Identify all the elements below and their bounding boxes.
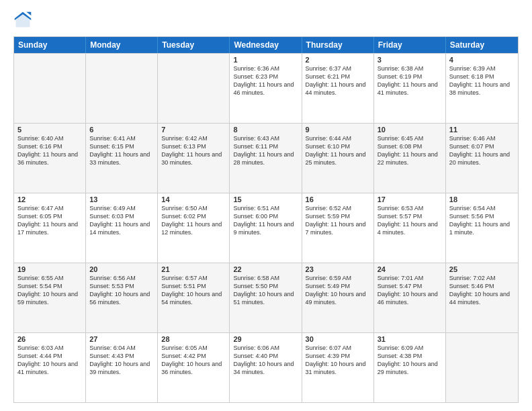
day-info: Sunrise: 6:07 AM Sunset: 4:39 PM Dayligh…: [306, 344, 370, 377]
day-info: Sunrise: 6:49 AM Sunset: 6:03 PM Dayligh…: [89, 204, 154, 237]
header-day-tuesday: Tuesday: [158, 37, 230, 53]
day-number: 5: [17, 126, 82, 134]
day-cell-17: 17Sunrise: 6:53 AM Sunset: 5:57 PM Dayli…: [374, 193, 446, 263]
day-cell-24: 24Sunrise: 7:01 AM Sunset: 5:47 PM Dayli…: [374, 263, 446, 332]
day-cell-9: 9Sunrise: 6:44 AM Sunset: 6:10 PM Daylig…: [302, 124, 374, 193]
day-number: 15: [233, 195, 298, 203]
day-number: 8: [233, 126, 298, 134]
calendar-row-5: 26Sunrise: 6:03 AM Sunset: 4:44 PM Dayli…: [14, 332, 518, 402]
day-number: 31: [378, 335, 442, 343]
day-number: 6: [89, 126, 154, 134]
day-cell-23: 23Sunrise: 6:59 AM Sunset: 5:49 PM Dayli…: [302, 263, 374, 332]
day-number: 23: [306, 265, 370, 273]
day-cell-26: 26Sunrise: 6:03 AM Sunset: 4:44 PM Dayli…: [14, 333, 86, 402]
day-cell-2: 2Sunrise: 6:37 AM Sunset: 6:21 PM Daylig…: [302, 54, 374, 123]
day-cell-19: 19Sunrise: 6:55 AM Sunset: 5:54 PM Dayli…: [14, 263, 86, 332]
day-cell-20: 20Sunrise: 6:56 AM Sunset: 5:53 PM Dayli…: [86, 263, 158, 332]
day-cell-8: 8Sunrise: 6:43 AM Sunset: 6:11 PM Daylig…: [230, 124, 302, 193]
day-cell-11: 11Sunrise: 6:46 AM Sunset: 6:07 PM Dayli…: [446, 124, 518, 193]
day-cell-6: 6Sunrise: 6:41 AM Sunset: 6:15 PM Daylig…: [86, 124, 158, 193]
day-cell-1: 1Sunrise: 6:36 AM Sunset: 6:23 PM Daylig…: [230, 54, 302, 123]
page: SundayMondayTuesdayWednesdayThursdayFrid…: [0, 0, 532, 411]
day-cell-7: 7Sunrise: 6:42 AM Sunset: 6:13 PM Daylig…: [158, 124, 230, 193]
day-cell-5: 5Sunrise: 6:40 AM Sunset: 6:16 PM Daylig…: [14, 124, 86, 193]
calendar-row-3: 12Sunrise: 6:47 AM Sunset: 6:05 PM Dayli…: [14, 193, 518, 263]
logo: [13, 11, 35, 30]
day-info: Sunrise: 6:51 AM Sunset: 6:00 PM Dayligh…: [233, 204, 298, 237]
day-number: 12: [17, 195, 82, 203]
day-info: Sunrise: 6:05 AM Sunset: 4:42 PM Dayligh…: [161, 344, 226, 377]
day-info: Sunrise: 6:37 AM Sunset: 6:21 PM Dayligh…: [306, 64, 370, 97]
day-number: 4: [449, 56, 515, 64]
day-number: 7: [161, 126, 226, 134]
day-cell-10: 10Sunrise: 6:45 AM Sunset: 6:08 PM Dayli…: [374, 124, 446, 193]
day-number: 1: [233, 56, 298, 64]
day-number: 10: [378, 126, 442, 134]
day-cell-25: 25Sunrise: 7:02 AM Sunset: 5:46 PM Dayli…: [446, 263, 518, 332]
day-info: Sunrise: 6:36 AM Sunset: 6:23 PM Dayligh…: [233, 64, 298, 97]
day-number: 30: [306, 335, 370, 343]
day-number: 21: [161, 265, 226, 273]
empty-cell: [86, 54, 158, 123]
day-info: Sunrise: 6:41 AM Sunset: 6:15 PM Dayligh…: [89, 134, 154, 167]
day-cell-3: 3Sunrise: 6:38 AM Sunset: 6:19 PM Daylig…: [374, 54, 446, 123]
day-cell-30: 30Sunrise: 6:07 AM Sunset: 4:39 PM Dayli…: [302, 333, 374, 402]
day-number: 18: [449, 195, 515, 203]
day-info: Sunrise: 6:47 AM Sunset: 6:05 PM Dayligh…: [17, 204, 82, 237]
day-info: Sunrise: 6:38 AM Sunset: 6:19 PM Dayligh…: [378, 64, 442, 97]
day-info: Sunrise: 6:56 AM Sunset: 5:53 PM Dayligh…: [89, 274, 154, 307]
day-info: Sunrise: 6:40 AM Sunset: 6:16 PM Dayligh…: [17, 134, 82, 167]
day-cell-29: 29Sunrise: 6:06 AM Sunset: 4:40 PM Dayli…: [230, 333, 302, 402]
day-cell-16: 16Sunrise: 6:52 AM Sunset: 5:59 PM Dayli…: [302, 193, 374, 263]
day-cell-14: 14Sunrise: 6:50 AM Sunset: 6:02 PM Dayli…: [158, 193, 230, 263]
day-number: 26: [17, 335, 82, 343]
day-number: 27: [89, 335, 154, 343]
calendar-row-2: 5Sunrise: 6:40 AM Sunset: 6:16 PM Daylig…: [14, 123, 518, 193]
day-info: Sunrise: 6:58 AM Sunset: 5:50 PM Dayligh…: [233, 274, 298, 307]
header-day-monday: Monday: [86, 37, 158, 53]
calendar-body: 1Sunrise: 6:36 AM Sunset: 6:23 PM Daylig…: [14, 53, 518, 402]
header: [13, 11, 519, 30]
day-info: Sunrise: 6:50 AM Sunset: 6:02 PM Dayligh…: [161, 204, 226, 237]
logo-icon: [13, 11, 32, 30]
day-info: Sunrise: 6:46 AM Sunset: 6:07 PM Dayligh…: [449, 134, 515, 167]
empty-cell: [446, 333, 518, 402]
day-info: Sunrise: 6:43 AM Sunset: 6:11 PM Dayligh…: [233, 134, 298, 167]
day-number: 16: [306, 195, 370, 203]
day-number: 2: [306, 56, 370, 64]
day-cell-12: 12Sunrise: 6:47 AM Sunset: 6:05 PM Dayli…: [14, 193, 86, 263]
header-day-saturday: Saturday: [446, 37, 518, 53]
day-cell-21: 21Sunrise: 6:57 AM Sunset: 5:51 PM Dayli…: [158, 263, 230, 332]
day-info: Sunrise: 6:45 AM Sunset: 6:08 PM Dayligh…: [378, 134, 442, 167]
day-number: 13: [89, 195, 154, 203]
header-day-friday: Friday: [374, 37, 446, 53]
day-cell-27: 27Sunrise: 6:04 AM Sunset: 4:43 PM Dayli…: [86, 333, 158, 402]
day-info: Sunrise: 6:55 AM Sunset: 5:54 PM Dayligh…: [17, 274, 82, 307]
day-number: 22: [233, 265, 298, 273]
header-day-thursday: Thursday: [302, 37, 374, 53]
day-cell-18: 18Sunrise: 6:54 AM Sunset: 5:56 PM Dayli…: [446, 193, 518, 263]
day-number: 20: [89, 265, 154, 273]
day-number: 19: [17, 265, 82, 273]
day-info: Sunrise: 6:06 AM Sunset: 4:40 PM Dayligh…: [233, 344, 298, 377]
day-info: Sunrise: 6:09 AM Sunset: 4:38 PM Dayligh…: [378, 344, 442, 377]
calendar-row-1: 1Sunrise: 6:36 AM Sunset: 6:23 PM Daylig…: [14, 53, 518, 123]
day-info: Sunrise: 6:44 AM Sunset: 6:10 PM Dayligh…: [306, 134, 370, 167]
day-info: Sunrise: 7:02 AM Sunset: 5:46 PM Dayligh…: [449, 274, 515, 307]
day-number: 28: [161, 335, 226, 343]
day-info: Sunrise: 6:54 AM Sunset: 5:56 PM Dayligh…: [449, 204, 515, 237]
day-cell-13: 13Sunrise: 6:49 AM Sunset: 6:03 PM Dayli…: [86, 193, 158, 263]
day-number: 29: [233, 335, 298, 343]
day-number: 25: [449, 265, 515, 273]
day-cell-4: 4Sunrise: 6:39 AM Sunset: 6:18 PM Daylig…: [446, 54, 518, 123]
day-cell-15: 15Sunrise: 6:51 AM Sunset: 6:00 PM Dayli…: [230, 193, 302, 263]
svg-marker-1: [16, 13, 30, 28]
day-info: Sunrise: 6:39 AM Sunset: 6:18 PM Dayligh…: [449, 64, 515, 97]
day-info: Sunrise: 6:53 AM Sunset: 5:57 PM Dayligh…: [378, 204, 442, 237]
header-day-sunday: Sunday: [14, 37, 86, 53]
day-number: 3: [378, 56, 442, 64]
day-cell-28: 28Sunrise: 6:05 AM Sunset: 4:42 PM Dayli…: [158, 333, 230, 402]
day-number: 24: [378, 265, 442, 273]
day-number: 17: [378, 195, 442, 203]
day-info: Sunrise: 6:04 AM Sunset: 4:43 PM Dayligh…: [89, 344, 154, 377]
